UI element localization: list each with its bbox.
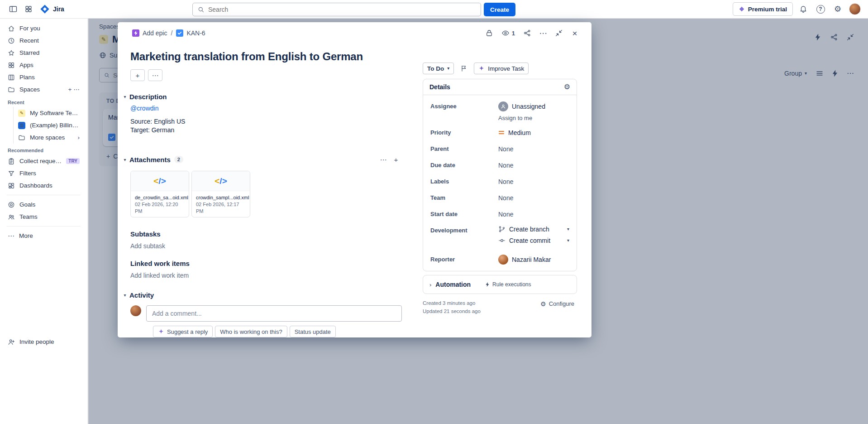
add-linked-item-button[interactable]: Add linked work item bbox=[130, 272, 189, 279]
chevron-down-icon: ▾ bbox=[124, 293, 126, 298]
add-epic-button[interactable]: Add epic bbox=[129, 28, 170, 39]
issue-key-link[interactable]: KAN-6 bbox=[173, 28, 208, 39]
sidebar-item-goals[interactable]: Goals bbox=[4, 198, 83, 211]
watch-button[interactable]: 1 bbox=[498, 26, 518, 40]
profile-button[interactable] bbox=[848, 2, 862, 16]
eye-icon bbox=[501, 29, 510, 37]
funnel-icon bbox=[8, 170, 15, 177]
sidebar-item-apps[interactable]: Apps bbox=[4, 59, 83, 71]
details-panel-header[interactable]: Details ⚙ bbox=[423, 79, 577, 95]
issue-quick-more-button[interactable]: ⋯ bbox=[148, 69, 162, 81]
add-space-icon[interactable]: + bbox=[68, 87, 72, 93]
sidebar-divider bbox=[7, 195, 81, 195]
sidebar-more-spaces[interactable]: More spaces › bbox=[14, 131, 83, 144]
attachment-card[interactable]: </> de_crowdin_sa...oid.xml 02 Feb 2026,… bbox=[130, 171, 189, 217]
help-button[interactable]: ? bbox=[814, 2, 827, 16]
field-labels: Labels None bbox=[430, 177, 569, 187]
add-flag-button[interactable] bbox=[458, 63, 470, 74]
create-button[interactable]: Create bbox=[484, 3, 515, 16]
jira-brand[interactable]: Jira bbox=[40, 4, 64, 14]
attachment-card[interactable]: </> crowdin_sampl...oid.xml 02 Feb 2026,… bbox=[191, 171, 250, 217]
description-body[interactable]: @crowdin Source: English US Target: Germ… bbox=[130, 104, 402, 135]
try-badge: TRY bbox=[66, 158, 80, 164]
issue-more-actions-button[interactable]: ⋯ bbox=[536, 26, 550, 40]
collapse-attachments-button[interactable]: ▾ bbox=[120, 157, 129, 162]
breadcrumb-separator: / bbox=[171, 29, 172, 37]
top-navigation-bar: Jira Create Premium trial ? ⚙ bbox=[0, 0, 868, 19]
parent-value[interactable]: None bbox=[498, 144, 513, 154]
jira-logo-icon bbox=[40, 4, 50, 14]
restrict-access-button[interactable] bbox=[482, 26, 496, 40]
premium-trial-button[interactable]: Premium trial bbox=[733, 2, 793, 16]
chevron-down-icon: ▾ bbox=[567, 227, 569, 231]
start-date-value[interactable]: None bbox=[498, 209, 513, 219]
labels-value[interactable]: None bbox=[498, 177, 513, 187]
issue-add-button[interactable]: + bbox=[130, 69, 145, 81]
sidebar-space-billing-system[interactable]: (Example) Billing System... bbox=[14, 119, 83, 131]
linked-items-heading: Linked work items bbox=[130, 260, 190, 267]
sidebar-item-collect-requests[interactable]: Collect requests TRY bbox=[4, 155, 83, 167]
assignee-value[interactable]: Unassigned bbox=[498, 101, 545, 111]
due-date-value[interactable]: None bbox=[498, 160, 513, 170]
spaces-more-icon[interactable]: ⋯ bbox=[74, 87, 80, 93]
sidebar-item-spaces[interactable]: Spaces +⋯ bbox=[4, 83, 83, 96]
configure-button[interactable]: ⚙ Configure bbox=[538, 299, 577, 308]
rule-executions[interactable]: Rule executions bbox=[485, 281, 531, 288]
bolt-icon bbox=[485, 282, 490, 287]
sidebar-toggle-button[interactable] bbox=[6, 2, 20, 16]
details-gear-icon[interactable]: ⚙ bbox=[564, 83, 570, 91]
add-attachment-button[interactable]: + bbox=[390, 154, 402, 165]
global-search-input[interactable] bbox=[208, 6, 476, 13]
sidebar-item-starred[interactable]: Starred bbox=[4, 47, 83, 59]
add-subtask-button[interactable]: Add subtask bbox=[130, 242, 165, 250]
chevron-right-icon: › bbox=[429, 282, 431, 288]
sidebar-item-recent[interactable]: Recent bbox=[4, 34, 83, 47]
premium-diamond-icon bbox=[739, 6, 745, 12]
invite-people-button[interactable]: Invite people bbox=[4, 336, 83, 348]
sidebar-item-teams[interactable]: Teams bbox=[4, 211, 83, 223]
assign-to-me-link[interactable]: Assign to me bbox=[498, 115, 532, 121]
quick-reply-status-update[interactable]: Status update bbox=[290, 326, 336, 337]
settings-button[interactable]: ⚙ bbox=[831, 2, 844, 16]
collapse-activity-button[interactable]: ▾ bbox=[120, 293, 129, 298]
app-name: Jira bbox=[53, 5, 64, 13]
close-modal-button[interactable]: × bbox=[568, 26, 582, 40]
priority-value[interactable]: Medium bbox=[498, 128, 531, 138]
clipboard-icon bbox=[8, 158, 15, 165]
comment-input[interactable] bbox=[146, 305, 402, 322]
sidebar-item-for-you[interactable]: For you bbox=[4, 22, 83, 34]
team-value[interactable]: None bbox=[498, 193, 513, 203]
more-icon: ⋯ bbox=[152, 72, 159, 79]
global-search[interactable] bbox=[192, 3, 481, 16]
status-dropdown[interactable]: To Do ▾ bbox=[423, 63, 454, 74]
create-commit-button[interactable]: Create commit ▾ bbox=[498, 237, 569, 244]
crowdin-mention[interactable]: @crowdin bbox=[130, 104, 402, 113]
plans-icon bbox=[8, 74, 15, 81]
quick-reply-suggest[interactable]: Suggest a reply bbox=[153, 326, 213, 337]
chevron-down-icon: ▾ bbox=[124, 158, 126, 162]
sidebar-item-dashboards[interactable]: Dashboards bbox=[4, 179, 83, 192]
issue-side-column: To Do ▾ Improve Task Details ⚙ Assignee bbox=[423, 43, 577, 337]
sidebar-item-filters[interactable]: Filters bbox=[4, 167, 83, 179]
attachments-more-button[interactable]: ⋯ bbox=[377, 154, 389, 165]
automation-panel[interactable]: › Automation Rule executions bbox=[423, 275, 577, 294]
sidebar-space-my-software-team[interactable]: ✎ My Software Team bbox=[14, 107, 83, 119]
share-issue-button[interactable] bbox=[520, 26, 534, 40]
sidebar-item-more[interactable]: ⋯More bbox=[4, 230, 83, 242]
quick-reply-who-working[interactable]: Who is working on this? bbox=[215, 326, 287, 337]
plus-icon: + bbox=[136, 72, 140, 79]
field-parent: Parent None bbox=[430, 144, 569, 154]
collapse-modal-button[interactable] bbox=[552, 26, 566, 40]
reporter-value[interactable]: Nazarii Makar bbox=[498, 255, 551, 265]
improve-task-button[interactable]: Improve Task bbox=[474, 63, 529, 74]
recommended-heading: Recommended bbox=[4, 144, 83, 155]
create-branch-button[interactable]: Create branch ▾ bbox=[498, 226, 569, 233]
collapse-description-button[interactable]: ▾ bbox=[120, 94, 129, 99]
help-icon: ? bbox=[816, 5, 825, 14]
notifications-button[interactable] bbox=[796, 2, 810, 16]
xml-file-icon: </> bbox=[192, 171, 250, 191]
sidebar-item-plans[interactable]: Plans bbox=[4, 71, 83, 83]
issue-title[interactable]: Marketing translation from English to Ge… bbox=[130, 50, 402, 63]
current-user-avatar bbox=[130, 305, 141, 316]
app-switcher-button[interactable] bbox=[22, 2, 35, 16]
